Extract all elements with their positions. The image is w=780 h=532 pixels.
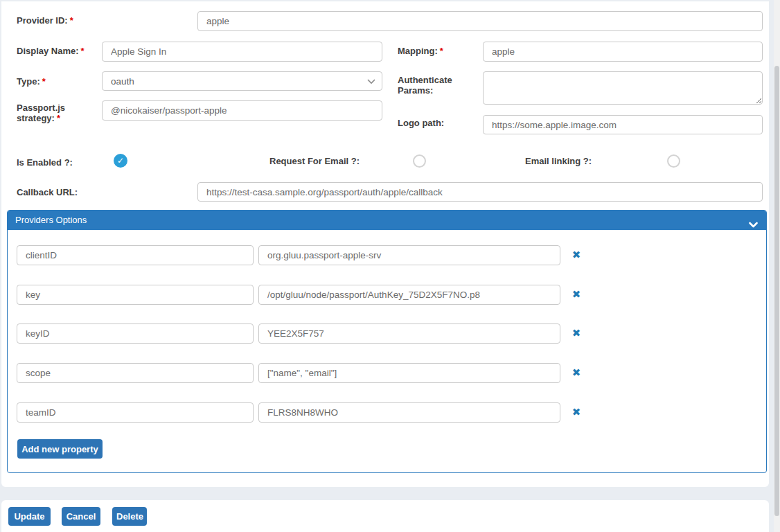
authenticate-params-textarea[interactable] [483,71,763,105]
callback-url-label: Callback URL: [17,187,78,197]
request-for-email-checkbox[interactable] [413,154,426,168]
add-new-property-button[interactable]: Add new property [17,439,103,459]
property-key-input[interactable] [17,285,254,305]
type-select[interactable]: oauth [102,71,382,91]
authenticate-params-label: Authenticate Params: [398,75,467,96]
property-value-input[interactable] [258,245,560,265]
delete-property-icon[interactable]: ✖ [570,249,583,261]
property-value-input[interactable] [258,363,560,383]
logo-path-input[interactable] [483,115,763,134]
passport-strategy-input[interactable] [102,100,382,121]
required-marker: * [81,46,85,56]
delete-property-icon[interactable]: ✖ [570,288,583,301]
required-marker: * [42,76,46,87]
property-value-input[interactable] [258,402,560,423]
providers-options-panel: Providers Options ✖ ✖ ✖ ✖ [7,210,767,473]
chevron-down-icon[interactable] [749,216,758,236]
property-key-input[interactable] [17,323,254,344]
email-linking-label: Email linking ?: [525,156,592,166]
property-key-input[interactable] [17,363,254,383]
property-value-input[interactable] [258,323,560,344]
providers-options-title: Providers Options [15,215,87,225]
passport-strategy-label: Passport.js strategy:* [17,103,82,123]
email-linking-checkbox[interactable] [667,154,680,168]
is-enabled-label: Is Enabled ?: [17,157,73,168]
display-name-label: Display Name:* [17,46,85,56]
required-marker: * [70,15,73,26]
delete-property-icon[interactable]: ✖ [570,406,583,418]
delete-property-icon[interactable]: ✖ [570,366,583,379]
provider-id-input[interactable] [197,11,763,31]
type-label: Type:* [17,76,46,87]
provider-id-label: Provider ID:* [17,15,73,26]
mapping-input[interactable] [483,42,763,62]
delete-property-icon[interactable]: ✖ [570,327,583,339]
provider-edit-page: Provider ID:* Display Name:* Mapping:* T… [0,0,780,532]
request-for-email-label: Request For Email ?: [269,156,360,166]
required-marker: * [440,46,443,56]
is-enabled-checkbox[interactable]: ✓ [114,154,127,168]
property-value-input[interactable] [258,285,560,305]
delete-button[interactable]: Delete [112,507,147,526]
display-name-input[interactable] [102,42,382,62]
mapping-label: Mapping:* [398,46,443,56]
cancel-button[interactable]: Cancel [62,507,100,526]
providers-options-header[interactable]: Providers Options [8,211,766,230]
update-button[interactable]: Update [8,507,51,526]
scrollbar-thumb[interactable] [774,66,779,516]
logo-path-label: Logo path: [398,118,444,128]
check-icon: ✓ [117,156,124,166]
callback-url-input[interactable] [197,182,763,202]
property-key-input[interactable] [17,245,254,265]
property-key-input[interactable] [17,402,254,423]
required-marker: * [57,113,60,123]
